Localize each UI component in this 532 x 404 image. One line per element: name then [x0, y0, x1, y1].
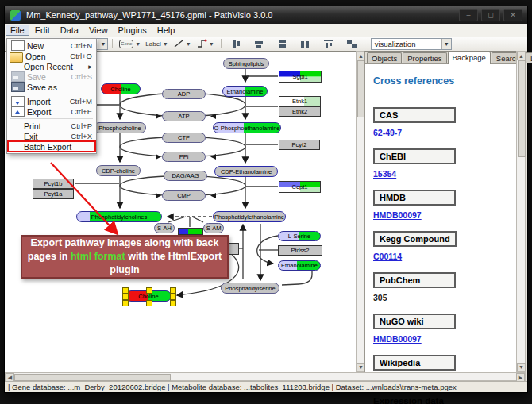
node-phosphocholine[interactable]: Phosphocholine	[94, 122, 146, 133]
menu-item-new[interactable]: NewCtrl+N	[8, 40, 95, 51]
horizontal-scrollbar[interactable]: ◀ ▶	[5, 372, 526, 381]
xref-value-nugo-wiki[interactable]: HMDB00097	[373, 334, 516, 344]
stack-horizontal-button[interactable]	[299, 38, 313, 49]
node-cmp[interactable]: CMP	[162, 190, 206, 201]
xref-value-cas[interactable]: 62-49-7	[373, 128, 516, 137]
node-etnk1[interactable]: Etnk1	[279, 96, 321, 106]
node-cdp-ethanolamine[interactable]: CDP-Ethanolamine	[214, 166, 278, 177]
align-top-button[interactable]	[322, 38, 336, 49]
menu-item-open[interactable]: OpenCtrl+O	[8, 51, 95, 61]
chevron-down-icon[interactable]: ▼	[135, 41, 141, 47]
menu-item-save-as[interactable]: Save as	[8, 82, 95, 92]
node-phosphatidylcholines[interactable]: Phosphatidylcholines	[76, 211, 162, 222]
xref-value-kegg-compound[interactable]: C00114	[373, 252, 516, 261]
menu-item-open-recent[interactable]: Open Recent▸	[8, 61, 95, 71]
scroll-thumb[interactable]	[357, 60, 364, 117]
xref-value-hmdb[interactable]: HMDB00097	[373, 210, 516, 220]
node-cdp-choline[interactable]: CDP-choline	[96, 165, 141, 176]
separator	[112, 39, 113, 48]
menu-item-export[interactable]: ExportCtrl+E	[8, 106, 95, 117]
xref-value-chebi[interactable]: 15354	[373, 169, 516, 179]
node-pcyt1a[interactable]: Pcyt1a	[33, 189, 74, 199]
line-tool-button[interactable]: ▼	[172, 38, 193, 49]
node-choline-top[interactable]: Choline	[101, 83, 141, 94]
node-dag-aag[interactable]: DAG/AAG	[164, 171, 207, 181]
node-o-phosphoethanolamine[interactable]: O-Phosphoethanolamine	[213, 122, 281, 133]
node-label: Pcyt1b	[44, 180, 63, 187]
scale-button[interactable]	[345, 38, 359, 49]
maximize-button[interactable]: ◻	[481, 9, 500, 21]
selection-handle[interactable]	[170, 294, 176, 300]
node-hidden-gene-box[interactable]	[228, 243, 239, 255]
menubar-item-file[interactable]: File	[6, 25, 29, 36]
menu-item-print[interactable]: PrintCtrl+P	[8, 121, 95, 131]
node-cept1[interactable]: Cept1	[279, 181, 321, 193]
node-sgpl1[interactable]: Sgpl1	[279, 71, 322, 83]
node-etnk2[interactable]: Etnk2	[279, 106, 321, 117]
selection-handle[interactable]	[122, 294, 129, 300]
node-s-ah[interactable]: S-AH	[154, 223, 175, 233]
node-pemt-gene[interactable]	[178, 228, 203, 235]
export-icon	[11, 106, 25, 117]
selection-handle[interactable]	[170, 300, 176, 306]
node-s-am[interactable]: S-AM	[203, 223, 224, 233]
node-pcyt2[interactable]: Pcyt2	[279, 140, 320, 150]
node-adp[interactable]: ADP	[162, 89, 206, 99]
datanode-tool-button[interactable]: Gene ▼	[118, 38, 142, 49]
chevron-down-icon[interactable]: ▼	[98, 39, 107, 49]
node-ctp[interactable]: CTP	[162, 133, 206, 143]
align-center-y-button[interactable]	[253, 38, 267, 49]
node-l-serine[interactable]: L-Serine	[278, 231, 321, 241]
label-tool-button[interactable]: Label ▼	[144, 38, 170, 49]
expression-data-header: Expression data	[373, 396, 516, 404]
tab-backpage[interactable]: Backpage	[448, 52, 491, 64]
menubar-item-view[interactable]: View	[84, 25, 113, 36]
menu-item-batch-export[interactable]: Batch Export	[8, 141, 95, 152]
stack-vertical-button[interactable]	[276, 38, 290, 49]
node-ethanolamine-bottom[interactable]: Ethanolamine	[278, 260, 321, 271]
tab-properties[interactable]: Properties	[403, 52, 446, 63]
node-ptdss2[interactable]: Ptdss2	[278, 245, 322, 256]
tab-objects[interactable]: Objects	[367, 52, 402, 63]
menu-item-save[interactable]: SaveCtrl+S	[8, 71, 95, 82]
selection-handle[interactable]	[146, 300, 152, 306]
node-phosphatidylethanolamine[interactable]: Phosphatidylethanolamine	[213, 211, 286, 222]
node-ppi[interactable]: PPi	[162, 152, 206, 162]
menubar-item-edit[interactable]: Edit	[30, 25, 55, 36]
minimize-button[interactable]: –	[459, 9, 478, 21]
menu-item-import[interactable]: ImportCtrl+M	[8, 96, 95, 106]
chevron-down-icon[interactable]: ▼	[209, 41, 214, 47]
scroll-up-icon[interactable]: ▲	[517, 52, 526, 60]
selection-handle[interactable]	[170, 287, 176, 294]
node-atp[interactable]: ATP	[162, 111, 206, 121]
menubar-item-plugins[interactable]: Plugins	[114, 25, 152, 36]
annotation-callout: Export pathway images along with back pa…	[21, 235, 229, 279]
chevron-down-icon[interactable]: ▼	[163, 41, 168, 47]
canvas-vertical-scrollbar[interactable]: ▲ ▼	[356, 51, 364, 372]
node-phosphatidylserine[interactable]: Phosphatidylserine	[221, 283, 279, 294]
open-folder-icon	[10, 52, 23, 63]
scroll-thumb[interactable]	[14, 374, 171, 381]
node-pcyt1b[interactable]: Pcyt1b	[33, 179, 74, 189]
no-icon	[10, 121, 21, 130]
scroll-down-icon[interactable]: ▼	[517, 363, 526, 371]
tab-legend[interactable]: Legend	[526, 52, 532, 63]
node-sphingolipids[interactable]: Sphingolipids	[223, 58, 269, 69]
sidebar: ObjectsPropertiesBackpageSearchLegend Cr…	[364, 51, 516, 372]
menu-item-exit[interactable]: ExitCtrl+X	[8, 131, 95, 141]
node-ethanolamine-top[interactable]: Ethanolamine	[222, 86, 268, 97]
connector-tool-button[interactable]: ▼	[195, 38, 216, 49]
menubar-item-data[interactable]: Data	[56, 25, 83, 36]
sidebar-vertical-scrollbar[interactable]: ▲ ▼	[516, 51, 526, 372]
selection-handle[interactable]	[146, 287, 152, 294]
scroll-thumb[interactable]	[518, 60, 526, 157]
chevron-down-icon[interactable]: ▼	[441, 39, 451, 49]
chevron-down-icon[interactable]: ▼	[186, 41, 191, 47]
selection-handle[interactable]	[122, 287, 129, 294]
align-center-y-icon	[254, 39, 265, 48]
align-center-x-button[interactable]	[229, 38, 244, 49]
close-button[interactable]: ✕	[503, 9, 522, 21]
selection-handle[interactable]	[122, 300, 129, 306]
visualization-combobox[interactable]: visualization ▼	[371, 38, 452, 50]
menubar-item-help[interactable]: Help	[152, 25, 180, 36]
